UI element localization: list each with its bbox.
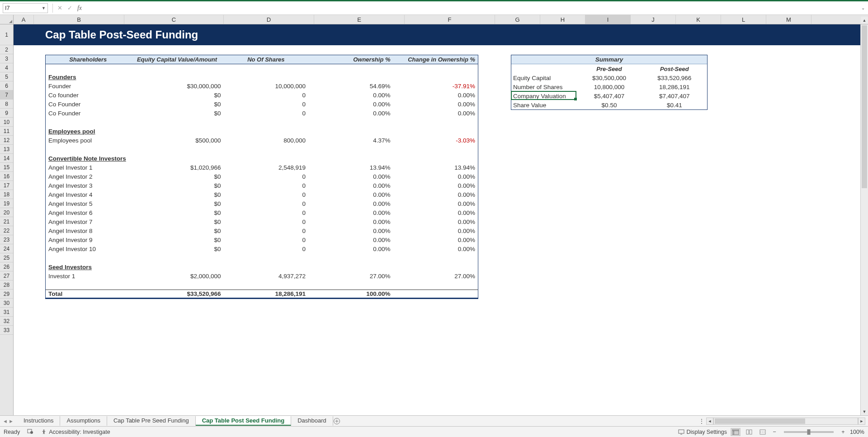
sheet-tab[interactable]: Dashboard (291, 416, 333, 426)
cell-shares[interactable]: 0 (224, 190, 308, 199)
row-header-10[interactable]: 10 (0, 118, 13, 127)
cell-name[interactable]: Angel Investor 5 (46, 199, 130, 208)
formula-input[interactable] (87, 3, 858, 13)
scroll-thumb[interactable] (862, 25, 867, 188)
cell-shares[interactable]: 0 (224, 208, 308, 217)
row-header-3[interactable]: 3 (0, 54, 13, 63)
cell-equity[interactable]: $0 (130, 235, 223, 244)
row-header-17[interactable]: 17 (0, 181, 13, 190)
cell-ownership[interactable]: 0.00% (308, 100, 393, 109)
select-all-corner[interactable] (0, 15, 14, 24)
cell-ownership[interactable]: 0.00% (308, 90, 393, 100)
expand-formula-bar-icon[interactable]: ⌄ (858, 5, 868, 10)
summary-pre-value[interactable]: 10,800,000 (576, 82, 642, 91)
cell-equity[interactable]: $0 (130, 90, 223, 100)
cell-name[interactable]: Angel Investor 3 (46, 181, 130, 190)
cell-equity[interactable]: $0 (130, 190, 223, 199)
cell-change[interactable]: 0.00% (393, 90, 478, 100)
cell-equity[interactable]: $0 (130, 172, 223, 181)
row-header-33[interactable]: 33 (0, 326, 13, 335)
column-header-B[interactable]: B (34, 15, 124, 24)
hscroll-track[interactable] (713, 418, 858, 425)
column-header-E[interactable]: E (314, 15, 405, 24)
cell-ownership[interactable]: 54.69% (308, 81, 393, 90)
cell-shares[interactable]: 0 (224, 172, 308, 181)
row-header-13[interactable]: 13 (0, 145, 13, 154)
zoom-in-button[interactable]: + (840, 429, 846, 435)
column-header-K[interactable]: K (676, 15, 721, 24)
cell-ownership[interactable]: 0.00% (308, 109, 393, 118)
view-normal-button[interactable] (731, 428, 741, 436)
cell-shares[interactable]: 0 (224, 100, 308, 109)
summary-row-label[interactable]: Share Value (511, 100, 576, 109)
cell-ownership[interactable]: 13.94% (308, 163, 393, 172)
scroll-up-icon[interactable]: ▲ (861, 17, 868, 24)
row-header-9[interactable]: 9 (0, 109, 13, 118)
display-settings-button[interactable]: Display Settings (678, 429, 727, 435)
cell-ownership[interactable]: 0.00% (308, 190, 393, 199)
row-header-20[interactable]: 20 (0, 208, 13, 217)
add-sheet-button[interactable] (333, 418, 344, 425)
fx-icon[interactable]: fx (75, 3, 85, 13)
summary-pre-value[interactable]: $0.50 (576, 100, 642, 109)
row-header-32[interactable]: 32 (0, 317, 13, 326)
cell-change[interactable]: 0.00% (393, 109, 478, 118)
summary-pre-value[interactable]: $30,500,000 (576, 73, 642, 82)
row-header-21[interactable]: 21 (0, 217, 13, 226)
name-box[interactable]: I7 ▼ (3, 3, 48, 13)
tab-nav[interactable]: ◄► (3, 418, 14, 424)
cell-shares[interactable]: 10,000,000 (224, 81, 308, 90)
hscroll-thumb[interactable] (715, 418, 805, 424)
zoom-level[interactable]: 100% (850, 429, 864, 435)
cell-change[interactable]: 0.00% (393, 217, 478, 226)
cell-name[interactable]: Angel Investor 2 (46, 172, 130, 181)
view-page-layout-button[interactable] (744, 428, 754, 436)
view-page-break-button[interactable] (758, 428, 768, 436)
cell-name[interactable]: Angel Investor 4 (46, 190, 130, 199)
cell-equity[interactable]: $0 (130, 181, 223, 190)
cell-ownership[interactable]: 0.00% (308, 217, 393, 226)
row-header-26[interactable]: 26 (0, 262, 13, 271)
column-header-I[interactable]: I (585, 15, 631, 24)
row-header-31[interactable]: 31 (0, 308, 13, 317)
cell-change[interactable]: 27.00% (393, 271, 478, 280)
macro-record-icon[interactable] (27, 428, 33, 436)
cell-ownership[interactable]: 4.37% (308, 136, 393, 145)
cell-name[interactable]: Investor 1 (46, 271, 130, 280)
confirm-icon[interactable]: ✓ (65, 3, 75, 13)
cell-ownership[interactable]: 0.00% (308, 244, 393, 253)
tab-next-icon[interactable]: ► (9, 418, 14, 424)
row-header-18[interactable]: 18 (0, 190, 13, 199)
column-header-F[interactable]: F (405, 15, 495, 24)
summary-post-value[interactable]: $7,407,407 (642, 91, 707, 100)
cell-equity[interactable]: $500,000 (130, 136, 223, 145)
cell-change[interactable]: 0.00% (393, 199, 478, 208)
zoom-out-button[interactable]: − (771, 429, 778, 435)
cell-ownership[interactable]: 0.00% (308, 208, 393, 217)
column-header-C[interactable]: C (124, 15, 224, 24)
cell-equity[interactable]: $0 (130, 109, 223, 118)
hscroll-right-icon[interactable]: ► (858, 418, 865, 425)
cell-shares[interactable]: 0 (224, 244, 308, 253)
row-header-24[interactable]: 24 (0, 244, 13, 253)
tab-ellipsis-icon[interactable]: ⋮ (697, 418, 706, 425)
cell-name[interactable]: Employees pool (46, 136, 130, 145)
cell-change[interactable]: 0.00% (393, 244, 478, 253)
summary-row-label[interactable]: Number of Shares (511, 82, 576, 91)
cell-equity[interactable]: $2,000,000 (130, 271, 223, 280)
row-header-25[interactable]: 25 (0, 253, 13, 262)
accessibility-status[interactable]: Accessibility: Investigate (41, 429, 110, 435)
row-header-5[interactable]: 5 (0, 72, 13, 81)
cell-shares[interactable]: 0 (224, 226, 308, 235)
cell-change[interactable]: 0.00% (393, 235, 478, 244)
sheet-tab[interactable]: Assumptions (60, 416, 107, 426)
cell-change[interactable]: 0.00% (393, 172, 478, 181)
row-header-7[interactable]: 7 (0, 90, 13, 100)
hscroll-left-icon[interactable]: ◄ (706, 418, 713, 425)
row-header-29[interactable]: 29 (0, 290, 13, 299)
row-header-28[interactable]: 28 (0, 280, 13, 290)
column-header-D[interactable]: D (224, 15, 314, 24)
column-header-L[interactable]: L (721, 15, 766, 24)
cell-equity[interactable]: $1,020,966 (130, 163, 223, 172)
row-header-30[interactable]: 30 (0, 299, 13, 308)
